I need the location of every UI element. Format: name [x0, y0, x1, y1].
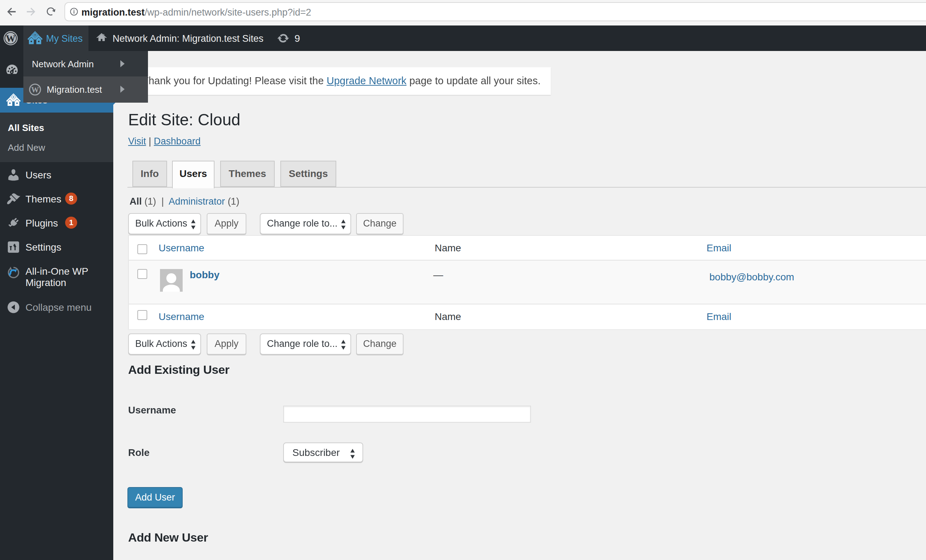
- svg-text:W: W: [6, 33, 15, 44]
- svg-text:W: W: [31, 85, 39, 94]
